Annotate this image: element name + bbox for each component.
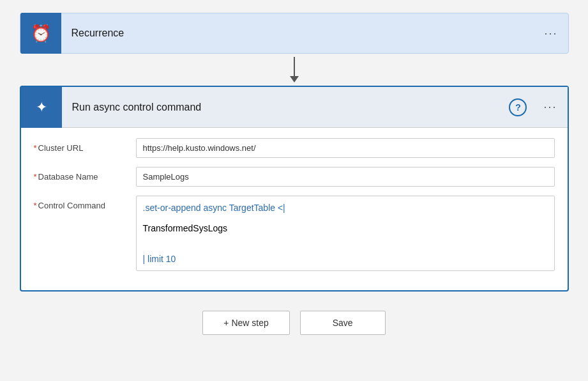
bottom-buttons: + New step Save	[202, 311, 385, 335]
cmd-line-3: | limit 10	[143, 254, 548, 264]
required-marker: *	[34, 143, 37, 153]
cluster-url-input[interactable]	[136, 138, 555, 158]
action-more-button[interactable]: ···	[533, 100, 567, 114]
cluster-url-row: *Cluster URL	[34, 138, 555, 158]
cmd-line-1: .set-or-append async TargetTable <|	[143, 203, 548, 213]
control-command-field[interactable]: .set-or-append async TargetTable <| Tran…	[136, 196, 555, 271]
arrow-connector	[290, 54, 299, 86]
arrow-line	[294, 57, 295, 76]
control-command-label: *Control Command	[34, 196, 136, 210]
database-name-row: *Database Name	[34, 167, 555, 187]
recurrence-title: Recurrence	[61, 27, 534, 39]
database-name-label: *Database Name	[34, 167, 136, 182]
new-step-button[interactable]: + New step	[202, 311, 289, 335]
recurrence-card: ⏰ Recurrence ···	[20, 13, 569, 54]
kusto-icon: ✦	[36, 99, 47, 116]
action-card-body: *Cluster URL *Database Name *Control Com…	[21, 128, 568, 290]
required-marker-2: *	[34, 172, 37, 182]
action-icon-box: ✦	[21, 87, 62, 128]
cluster-url-label: *Cluster URL	[34, 138, 136, 153]
help-button[interactable]: ?	[509, 98, 527, 116]
clock-icon: ⏰	[31, 24, 51, 43]
database-name-input[interactable]	[136, 167, 555, 187]
recurrence-more-button[interactable]: ···	[534, 27, 568, 40]
control-command-row: *Control Command .set-or-append async Ta…	[34, 196, 555, 271]
save-button[interactable]: Save	[300, 311, 386, 335]
required-marker-3: *	[34, 201, 37, 210]
action-card-header: ✦ Run async control command ? ···	[21, 87, 568, 128]
action-title: Run async control command	[62, 102, 509, 113]
arrow-head	[290, 76, 299, 82]
recurrence-icon-box: ⏰	[20, 13, 61, 54]
action-card: ✦ Run async control command ? ··· *Clust…	[20, 86, 569, 292]
cmd-line-2: TransformedSysLogs	[143, 223, 548, 233]
